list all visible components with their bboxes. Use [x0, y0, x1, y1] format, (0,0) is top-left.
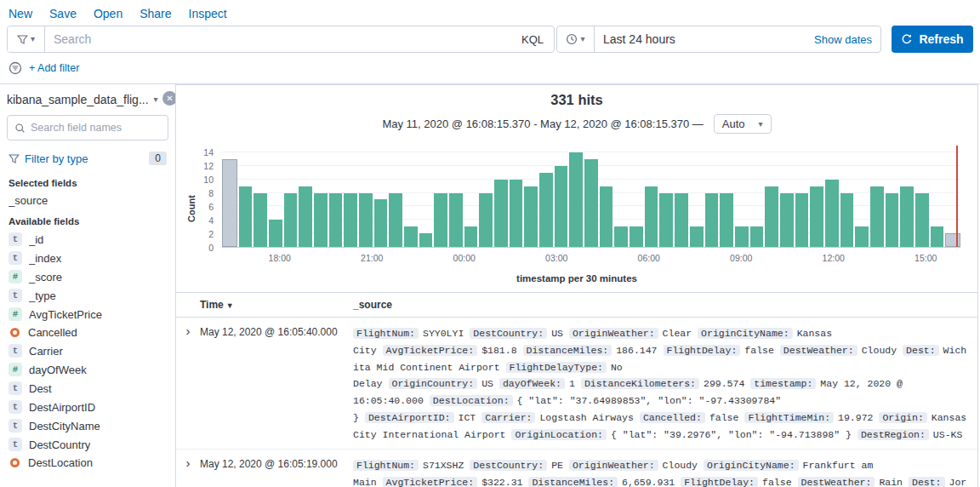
- histogram-bar[interactable]: [539, 173, 553, 247]
- histogram-bar[interactable]: [630, 226, 643, 247]
- histogram-bar[interactable]: [780, 193, 794, 247]
- histogram-bar[interactable]: [645, 186, 658, 247]
- histogram-bar[interactable]: [555, 166, 568, 247]
- histogram-bar[interactable]: [222, 159, 237, 247]
- y-tick-label: 12: [203, 161, 214, 171]
- histogram-bar[interactable]: [494, 180, 508, 247]
- histogram-bar[interactable]: [675, 193, 688, 247]
- field-item-DestCityName[interactable]: tDestCityName: [7, 416, 168, 435]
- show-dates-link[interactable]: Show dates: [814, 33, 880, 46]
- field-key: FlightNum:: [353, 328, 419, 339]
- search-input[interactable]: [45, 26, 511, 52]
- histogram-bar[interactable]: [404, 226, 418, 247]
- histogram-bar[interactable]: [569, 152, 583, 247]
- field-item-DestLocation[interactable]: DestLocation: [7, 454, 168, 472]
- histogram-bar[interactable]: [374, 199, 388, 247]
- histogram-bar[interactable]: [510, 180, 523, 247]
- histogram-bar[interactable]: [795, 193, 809, 247]
- histogram-bar[interactable]: [750, 226, 764, 247]
- doc-timestamp: May 12, 2020 @ 16:05:19.000: [200, 457, 353, 470]
- collapse-sidebar-button[interactable]: ✕: [162, 91, 176, 106]
- histogram-bar[interactable]: [299, 186, 312, 247]
- histogram-bar[interactable]: [915, 193, 929, 247]
- menu-item-inspect[interactable]: Inspect: [189, 7, 227, 20]
- histogram-bar[interactable]: [479, 193, 493, 247]
- histogram-bar[interactable]: [840, 193, 854, 247]
- field-item-_type[interactable]: t_type: [7, 286, 168, 305]
- filter-by-type-button[interactable]: Filter by type 0: [7, 146, 168, 171]
- field-item-DestAirportID[interactable]: tDestAirportID: [7, 398, 168, 416]
- chevron-down-icon: ▾: [154, 95, 158, 104]
- histogram-bar[interactable]: [524, 186, 538, 247]
- histogram-bar[interactable]: [690, 226, 704, 247]
- histogram-bar[interactable]: [344, 193, 357, 247]
- field-key: Cancelled:: [640, 412, 705, 423]
- histogram-bar[interactable]: [720, 193, 733, 247]
- field-item-_id[interactable]: t_id: [7, 230, 168, 249]
- quick-select-button[interactable]: ▾: [557, 26, 595, 52]
- histogram-bar[interactable]: [464, 226, 478, 247]
- histogram-bar[interactable]: [705, 193, 719, 247]
- histogram-bar[interactable]: [900, 186, 914, 247]
- field-item-_source[interactable]: _source: [7, 192, 168, 209]
- field-key: OriginLocation:: [511, 429, 607, 440]
- y-tick-label: 14: [203, 147, 214, 158]
- field-item-DestCountry[interactable]: tDestCountry: [7, 435, 168, 454]
- histogram-bar[interactable]: [449, 193, 463, 247]
- field-value: 299.574: [704, 378, 744, 389]
- x-axis-label: timestamp per 30 minutes: [176, 273, 977, 284]
- field-value: Logstash Airways: [539, 412, 633, 423]
- filter-set-icon[interactable]: [9, 61, 22, 75]
- histogram-bar[interactable]: [825, 180, 839, 247]
- histogram-bar[interactable]: [855, 226, 869, 247]
- histogram-bar[interactable]: [945, 233, 960, 247]
- kql-toggle[interactable]: KQL: [511, 26, 554, 52]
- histogram-bar[interactable]: [614, 226, 628, 247]
- field-item-AvgTicketPrice[interactable]: #AvgTicketPrice: [7, 305, 168, 324]
- time-range-value[interactable]: Last 24 hours: [595, 32, 814, 46]
- histogram-bar[interactable]: [810, 186, 823, 247]
- histogram-bar[interactable]: [284, 193, 298, 247]
- available-fields-list: t_idt_index#_scoret_type#AvgTicketPriceC…: [7, 230, 168, 472]
- add-filter-link[interactable]: + Add filter: [29, 62, 79, 74]
- refresh-button[interactable]: Refresh: [892, 26, 973, 53]
- histogram-bar[interactable]: [931, 226, 944, 247]
- x-tick-label: 12:00: [823, 253, 845, 263]
- field-item-_score[interactable]: #_score: [7, 267, 168, 286]
- histogram-bar[interactable]: [419, 233, 433, 247]
- field-search-input[interactable]: [31, 122, 168, 134]
- field-item-dayOfWeek[interactable]: #dayOfWeek: [7, 360, 168, 379]
- field-item-Carrier[interactable]: tCarrier: [7, 341, 168, 360]
- menu-item-new[interactable]: New: [9, 7, 32, 20]
- field-item-Cancelled[interactable]: Cancelled: [7, 324, 168, 341]
- histogram-bar[interactable]: [659, 193, 673, 247]
- menu-item-save[interactable]: Save: [49, 7, 77, 20]
- field-item-_index[interactable]: t_index: [7, 249, 168, 267]
- histogram-bar[interactable]: [269, 220, 282, 247]
- index-pattern-selector[interactable]: kibana_sample_data_flig... ▾: [7, 91, 168, 115]
- search-icon: [14, 123, 26, 134]
- histogram-bar[interactable]: [329, 193, 343, 247]
- filter-count-badge: 0: [149, 152, 167, 165]
- histogram-bar[interactable]: [389, 193, 402, 247]
- histogram-bar[interactable]: [735, 226, 749, 247]
- histogram-bar[interactable]: [765, 186, 778, 247]
- histogram-bar[interactable]: [314, 193, 328, 247]
- menu-item-share[interactable]: Share: [140, 7, 171, 20]
- expand-row-button[interactable]: ›: [176, 457, 200, 469]
- histogram-bar[interactable]: [600, 186, 613, 247]
- histogram-bar[interactable]: [239, 186, 253, 247]
- menu-item-open[interactable]: Open: [94, 7, 122, 20]
- expand-row-button[interactable]: ›: [176, 325, 200, 337]
- histogram-bar[interactable]: [870, 186, 884, 247]
- table-header: Time▼ _source: [176, 292, 977, 318]
- interval-select[interactable]: Auto ▾: [714, 114, 772, 134]
- histogram-bar[interactable]: [359, 193, 373, 247]
- field-item-Dest[interactable]: tDest: [7, 379, 168, 398]
- histogram-bar[interactable]: [886, 193, 899, 247]
- time-column-header[interactable]: Time▼: [200, 299, 353, 311]
- saved-query-menu-button[interactable]: ▾: [8, 26, 45, 52]
- histogram-bar[interactable]: [434, 193, 447, 247]
- histogram-bar[interactable]: [584, 159, 598, 247]
- histogram-bar[interactable]: [254, 193, 267, 247]
